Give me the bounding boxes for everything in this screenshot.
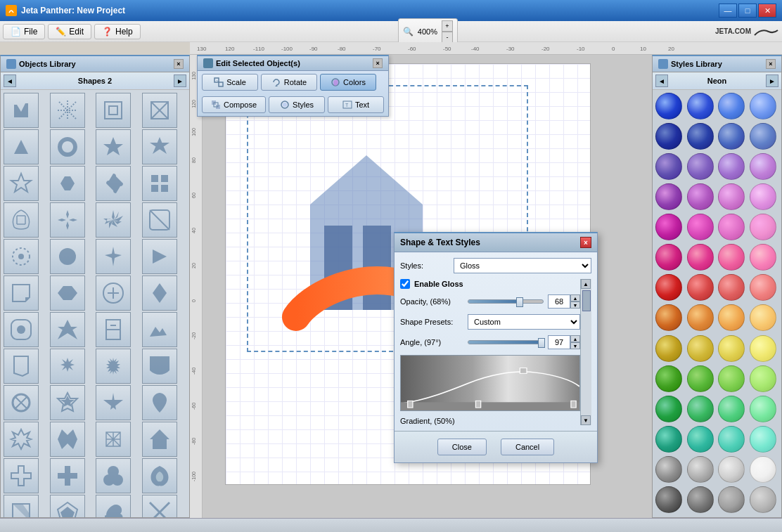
scroll-up-button[interactable]: ▲ xyxy=(581,279,591,289)
style-ball[interactable] xyxy=(750,93,776,119)
shape-cell[interactable] xyxy=(96,458,131,493)
style-ball[interactable] xyxy=(655,274,682,301)
style-ball[interactable] xyxy=(718,456,745,483)
help-menu[interactable]: ❓ Help xyxy=(94,24,141,39)
style-ball[interactable] xyxy=(718,335,745,362)
style-ball[interactable] xyxy=(687,456,714,483)
styles-button[interactable]: Styles xyxy=(269,96,325,113)
style-ball[interactable] xyxy=(655,123,682,150)
style-ball[interactable] xyxy=(655,396,682,422)
style-ball[interactable] xyxy=(655,183,682,210)
scroll-down-button[interactable]: ▼ xyxy=(581,415,591,425)
style-ball[interactable] xyxy=(718,304,745,331)
shape-cell[interactable] xyxy=(50,458,85,493)
style-ball[interactable] xyxy=(687,486,714,513)
opacity-down-arrow[interactable]: ▼ xyxy=(570,301,580,309)
shape-cell[interactable] xyxy=(142,385,177,420)
shape-cell[interactable] xyxy=(96,239,131,274)
file-menu[interactable]: 📄 File xyxy=(3,24,45,39)
style-ball[interactable] xyxy=(655,426,682,453)
dialog-close-button[interactable]: × xyxy=(580,237,591,248)
opacity-input[interactable] xyxy=(548,294,570,309)
shape-cell[interactable] xyxy=(50,166,85,201)
shape-cell[interactable] xyxy=(50,275,85,311)
objects-prev-button[interactable]: ◄ xyxy=(4,74,16,87)
shape-cell[interactable] xyxy=(4,166,39,201)
objects-library-close[interactable]: × xyxy=(174,59,184,69)
style-ball[interactable] xyxy=(687,93,714,119)
style-ball[interactable] xyxy=(687,335,714,362)
shape-cell[interactable] xyxy=(96,385,131,420)
shape-cell[interactable] xyxy=(96,422,131,457)
shape-cell[interactable] xyxy=(142,495,177,517)
style-ball[interactable] xyxy=(687,244,714,271)
shape-cell[interactable] xyxy=(50,202,85,238)
shape-cell[interactable] xyxy=(4,93,39,128)
styles-next-button[interactable]: ► xyxy=(766,74,778,87)
scroll-thumb[interactable] xyxy=(582,290,591,311)
style-ball[interactable] xyxy=(750,214,776,240)
shape-cell[interactable] xyxy=(142,129,177,164)
style-ball[interactable] xyxy=(750,274,776,301)
edit-toolbar-close[interactable]: × xyxy=(373,58,383,68)
style-ball[interactable] xyxy=(750,304,776,331)
opacity-slider[interactable] xyxy=(468,299,544,304)
minimize-button[interactable]: — xyxy=(719,4,737,18)
shape-cell[interactable] xyxy=(4,458,39,493)
rotate-button[interactable]: Rotate xyxy=(261,74,317,91)
style-ball[interactable] xyxy=(687,365,714,392)
shape-cell[interactable] xyxy=(4,275,39,311)
shape-cell[interactable] xyxy=(4,129,39,164)
zoom-minus-button[interactable]: - xyxy=(442,32,453,43)
shape-cell[interactable] xyxy=(4,385,39,420)
shape-cell[interactable] xyxy=(4,202,39,238)
style-ball[interactable] xyxy=(750,244,776,271)
shape-cell[interactable] xyxy=(142,458,177,493)
text-button[interactable]: T Text xyxy=(328,96,384,113)
shape-cell[interactable] xyxy=(4,495,39,517)
style-ball[interactable] xyxy=(687,183,714,210)
style-ball[interactable] xyxy=(687,214,714,240)
styles-library-close[interactable]: × xyxy=(766,59,776,69)
style-ball[interactable] xyxy=(655,304,682,331)
shape-cell[interactable] xyxy=(50,312,85,347)
style-ball[interactable] xyxy=(655,486,682,513)
shape-cell[interactable] xyxy=(50,349,85,384)
shape-cell[interactable] xyxy=(96,349,131,384)
shape-cell[interactable] xyxy=(96,166,131,201)
shape-cell[interactable] xyxy=(96,93,131,128)
style-ball[interactable] xyxy=(718,486,745,513)
style-ball[interactable] xyxy=(655,214,682,240)
style-ball[interactable] xyxy=(750,486,776,513)
shape-cell[interactable] xyxy=(142,202,177,238)
shape-cell[interactable] xyxy=(4,349,39,384)
style-ball[interactable] xyxy=(655,93,682,119)
angle-up-arrow[interactable]: ▲ xyxy=(570,335,580,342)
style-ball[interactable] xyxy=(718,93,745,119)
style-ball[interactable] xyxy=(655,153,682,180)
style-ball[interactable] xyxy=(655,335,682,362)
style-ball[interactable] xyxy=(655,365,682,392)
shape-cell[interactable] xyxy=(142,166,177,201)
shape-cell[interactable] xyxy=(50,422,85,457)
shape-cell[interactable] xyxy=(142,93,177,128)
zoom-plus-button[interactable]: + xyxy=(442,20,453,32)
shape-cell[interactable] xyxy=(4,312,39,347)
shape-cell[interactable] xyxy=(50,239,85,274)
gradient-display[interactable] xyxy=(400,355,580,411)
style-ball[interactable] xyxy=(750,456,776,483)
style-ball[interactable] xyxy=(718,123,745,150)
style-ball[interactable] xyxy=(750,153,776,180)
enable-gloss-checkbox[interactable] xyxy=(400,279,410,289)
shape-cell[interactable] xyxy=(96,129,131,164)
style-ball[interactable] xyxy=(718,153,745,180)
style-ball[interactable] xyxy=(655,456,682,483)
shape-cell[interactable] xyxy=(142,312,177,347)
scale-button[interactable]: Scale xyxy=(202,74,258,91)
shape-cell[interactable] xyxy=(142,275,177,311)
style-ball[interactable] xyxy=(687,123,714,150)
style-ball[interactable] xyxy=(655,244,682,271)
close-dialog-button[interactable]: Close xyxy=(437,439,487,455)
style-ball[interactable] xyxy=(750,183,776,210)
shape-presets-select[interactable]: Custom Linear Radial xyxy=(468,314,580,330)
